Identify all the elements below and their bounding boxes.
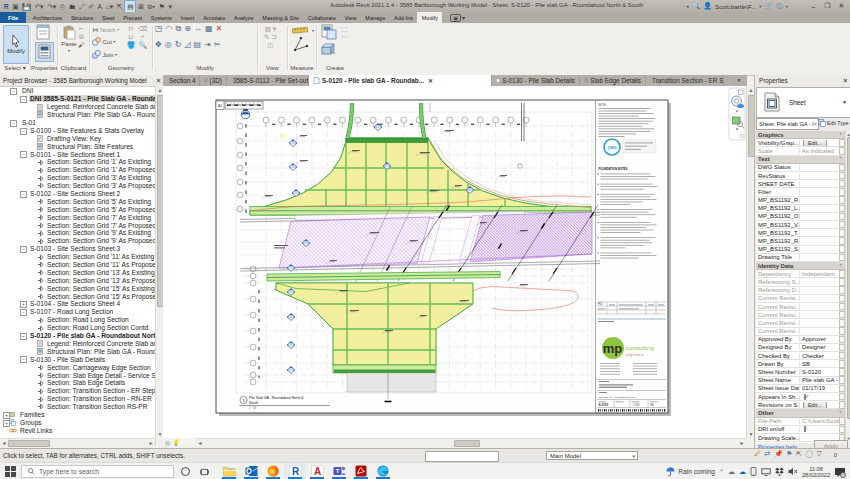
tree-item[interactable]: Structural Plan: Site Features	[0, 142, 155, 150]
tree-item[interactable]: +Groups	[0, 418, 155, 426]
transfer-icon[interactable]: ⚑	[157, 1, 167, 12]
signed-in-user[interactable]: Scott.bartle\F...	[715, 3, 756, 10]
edit-type-button[interactable]: Edit Type	[818, 118, 850, 128]
app-store-icon[interactable]: 🛒	[765, 2, 774, 10]
measure-button[interactable]: ▾	[292, 26, 310, 34]
property-row[interactable]: Revisions on S...Edit...	[756, 401, 845, 409]
tree-item[interactable]: Section: Section Grid '5' As Existing	[0, 197, 155, 205]
help-caret-icon[interactable]: ▾	[786, 4, 788, 9]
tree-item[interactable]: –S-0102 - Site Sections Sheet 2	[0, 190, 155, 198]
linework-icon[interactable]: ✎ ⊐	[264, 33, 277, 40]
taskbar-clock[interactable]: 11:08 28/02/2022	[802, 466, 830, 478]
design-options-caret-icon[interactable]: ▾	[632, 452, 635, 461]
property-row[interactable]: Sheet Issue Date01/17/19	[756, 385, 845, 393]
property-value[interactable]: Checker	[800, 353, 839, 359]
property-value[interactable]: As indicated	[800, 148, 839, 154]
tree-item[interactable]: Section: Section Grid '13' As Proposed	[0, 276, 155, 284]
move-arrows-icon[interactable]: ↔	[194, 24, 202, 33]
tree-item[interactable]: Section: Section Grid '11' As Existing	[0, 253, 155, 261]
project-browser-title[interactable]: Project Browser - 3585 Barlborough Worki…	[0, 75, 154, 86]
ribbon-tab-architecture[interactable]: Architecture	[28, 12, 66, 23]
similar-icon[interactable]: ⬚	[341, 25, 347, 32]
property-value[interactable]: C:\Users\Scott...	[800, 418, 839, 424]
tree-item[interactable]: –S-0101 - Site Sections Sheet 1	[0, 150, 155, 158]
doc-tab-slab[interactable]: Slab Edge Details	[580, 75, 646, 86]
customize-qat-icon[interactable]: ▾	[167, 1, 174, 12]
default-3d-view-icon[interactable]: ⌂▾	[104, 1, 115, 12]
property-row[interactable]: SHEET DATE	[756, 180, 845, 188]
angular-dimension-icon[interactable]	[294, 37, 308, 51]
tray-chevron-icon[interactable]: ⌃	[719, 468, 724, 475]
tree-item[interactable]: Legend: Reinforced Concrete Slab and Bea…	[0, 103, 155, 111]
ribbon-tab-view[interactable]: View	[340, 12, 361, 23]
property-row[interactable]: MP_BS1192_R...	[756, 237, 845, 245]
offset-icon[interactable]: ◠	[166, 24, 173, 33]
properties-palette-icon[interactable]	[36, 24, 51, 41]
task-view-icon[interactable]	[200, 468, 209, 476]
panel-label-view[interactable]: View	[258, 64, 287, 73]
property-row[interactable]: Current Revisi...	[756, 303, 845, 311]
property-row[interactable]: MP_BS1192_T...	[756, 229, 845, 237]
properties-title[interactable]: Properties	[755, 75, 850, 86]
taskbar-app-firefox[interactable]	[262, 463, 284, 479]
project-browser-hscrollbar[interactable]: ◄ ►	[0, 438, 155, 447]
volume-muted-icon[interactable]	[788, 467, 798, 476]
doc-tab-s-0120[interactable]: S-0120 - Pile slab GA - Roundab...✕	[309, 75, 492, 86]
ribbon-tab-precast[interactable]: Precast	[119, 12, 146, 23]
property-row[interactable]: Checked ByChecker	[756, 352, 845, 360]
scroll-left-icon[interactable]: ◄	[196, 439, 204, 447]
doc-tab-s-0130[interactable]: S-0130 - Pile Slab Details	[492, 75, 580, 86]
legend-component-icon[interactable]	[321, 24, 337, 40]
mirror-pick-icon[interactable]: ⧉	[176, 24, 182, 33]
property-row[interactable]: File PathC:\Users\Scott...	[756, 418, 845, 426]
tree-item[interactable]: –S-0120 - Pile slab GA - Roundabout Nort…	[0, 332, 155, 340]
select-links-icon[interactable]: ⇱	[796, 450, 802, 458]
property-row[interactable]: Current Revisi...	[756, 295, 845, 303]
property-row[interactable]: MP_BS1192_V...	[756, 221, 845, 229]
hide-icon[interactable]: ◫	[267, 41, 273, 48]
tree-item[interactable]: Legend: Reinforced Concrete Slab and Bea…	[0, 340, 155, 348]
property-row[interactable]: ScaleAs indicated	[756, 147, 845, 155]
property-row[interactable]: Referencing S...	[756, 278, 845, 286]
reveal-hidden-icon[interactable]: ◎	[165, 439, 170, 446]
property-row[interactable]: MP_BS1192_S...	[756, 246, 845, 254]
paste-button[interactable]: Paste ▾	[61, 25, 77, 53]
doc-tab-transition[interactable]: Transition Section - ER Step	[646, 75, 724, 86]
taskbar-app-explorer[interactable]	[218, 463, 240, 479]
tree-item[interactable]: Section: Section Grid '3' As Proposed	[0, 182, 155, 190]
tree-item[interactable]: Section: Section Grid '3' As Existing	[0, 174, 155, 182]
tree-item[interactable]: Section: Section Grid '5' As Proposed	[0, 205, 155, 213]
project-browser-close-icon[interactable]: ✕	[154, 75, 163, 86]
property-value[interactable]: Designer	[800, 344, 839, 350]
move-icon[interactable]: ✥	[155, 40, 162, 49]
phone-icon[interactable]	[750, 467, 757, 476]
tree-item[interactable]: Structural Plan: Pile Slab GA - Roundabo…	[0, 347, 155, 355]
property-row[interactable]: DRI on/off	[756, 426, 845, 434]
property-row[interactable]: Referencing D...	[756, 287, 845, 295]
tree-item[interactable]: Section: Section Grid '1' As Existing	[0, 158, 155, 166]
trim-icon[interactable]: ◿	[184, 40, 190, 49]
property-row[interactable]: Visibility/Grap...Edit...	[756, 139, 845, 147]
tree-item[interactable]: –DNI 3585-S-0121 - Pile Slab GA - Rounda…	[0, 95, 155, 103]
property-row[interactable]: MP_BS1192_R...	[756, 197, 845, 205]
tree-item[interactable]: Section: Transition Section - ER Step	[0, 387, 155, 395]
ribbon-tab-analyze[interactable]: Analyze	[230, 12, 258, 23]
tree-item[interactable]: Section: Section Grid '9' As Existing	[0, 229, 155, 237]
array-icon[interactable]: ▦	[205, 24, 213, 33]
display-icon[interactable]	[761, 468, 771, 476]
cloud-icon[interactable]: ☁	[728, 468, 735, 476]
navigation-bar[interactable]	[729, 88, 745, 140]
ribbon-tab-add-ins[interactable]: Add-Ins	[390, 12, 418, 23]
tree-item[interactable]: –S-0100 - Site Features & Stats Overlay	[0, 126, 155, 134]
copy-icon[interactable]: ◎	[165, 40, 172, 49]
switch-windows-icon[interactable]: ⧉▾	[146, 1, 157, 12]
instance-combo[interactable]: Sheet: Pile slab GA - I ∨	[756, 118, 819, 130]
search-arrow-icon[interactable]: ◂	[686, 3, 689, 9]
tree-item[interactable]: –S-0107 - Road Long Section	[0, 308, 155, 316]
rotate-icon[interactable]: ↻	[175, 40, 182, 49]
thin-lines-icon[interactable]: ▤	[124, 0, 136, 13]
property-value[interactable]	[800, 394, 839, 400]
print-icon[interactable]: ⎙	[58, 1, 67, 12]
type-selector[interactable]: Sheet ▼	[756, 87, 850, 118]
match-properties-icon[interactable]: 🖌	[78, 41, 85, 48]
